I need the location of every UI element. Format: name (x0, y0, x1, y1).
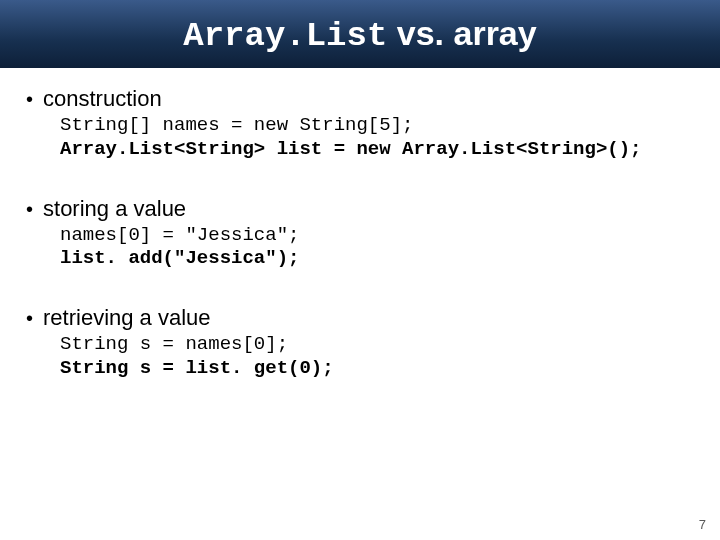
page-number: 7 (699, 517, 706, 532)
code-block: names[0] = "Jessica"; list. add("Jessica… (60, 224, 700, 272)
code-block: String[] names = new String[5]; Array.Li… (60, 114, 700, 162)
bullet-row: • construction (20, 86, 700, 112)
bullet-icon: • (26, 308, 33, 328)
title-bar: Array.List vs. array (0, 0, 720, 68)
bullet-label: storing a value (43, 196, 186, 222)
code-line-bold: Array.List<String> list = new Array.List… (60, 138, 642, 160)
title-mono-part: Array.List (183, 17, 387, 55)
bullet-label: retrieving a value (43, 305, 211, 331)
section-storing: • storing a value names[0] = "Jessica"; … (20, 196, 700, 272)
section-retrieving: • retrieving a value String s = names[0]… (20, 305, 700, 381)
code-line: String[] names = new String[5]; (60, 114, 413, 136)
code-line-bold: list. add("Jessica"); (60, 247, 299, 269)
bullet-row: • retrieving a value (20, 305, 700, 331)
bullet-label: construction (43, 86, 162, 112)
bullet-icon: • (26, 89, 33, 109)
code-block: String s = names[0]; String s = list. ge… (60, 333, 700, 381)
bullet-row: • storing a value (20, 196, 700, 222)
slide-title: Array.List vs. array (183, 14, 536, 55)
title-rest-part: vs. array (387, 14, 536, 52)
section-construction: • construction String[] names = new Stri… (20, 86, 700, 162)
code-line-bold: String s = list. get(0); (60, 357, 334, 379)
code-line: String s = names[0]; (60, 333, 288, 355)
bullet-icon: • (26, 199, 33, 219)
slide-content: • construction String[] names = new Stri… (0, 68, 720, 381)
code-line: names[0] = "Jessica"; (60, 224, 299, 246)
